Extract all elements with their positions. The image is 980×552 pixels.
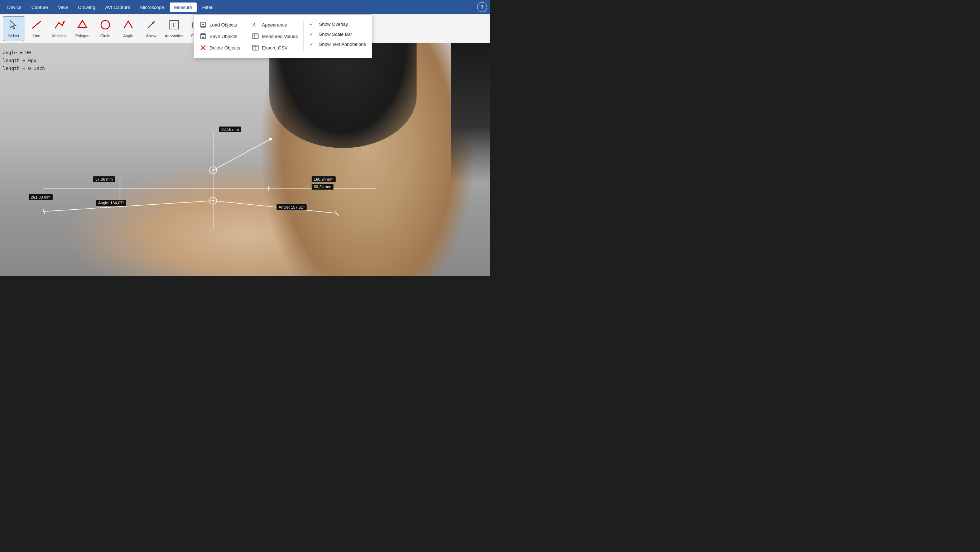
label-60mm: 60,24 mm [312, 184, 334, 190]
load-objects-item[interactable]: Load Objects [194, 19, 246, 30]
label-83mm: 83,16 mm [219, 126, 241, 132]
toolbar: Select Line Multiline Polygon Circle Ang… [0, 14, 490, 43]
appearance-label: Appearance [262, 22, 287, 27]
angle-icon [123, 19, 134, 32]
menubar: Device Capture View Drawing AVI Capture … [0, 0, 490, 14]
info-length-px: length = 0px [3, 57, 45, 64]
show-overlay-item[interactable]: ✓ Show Overlay [304, 19, 371, 29]
circle-icon [100, 19, 111, 32]
measured-values-label: Measured Values [262, 34, 298, 39]
tool-circle-label: Circle [100, 34, 110, 38]
measure-dropdown: Load Objects Save Objects Delete Objects [193, 14, 372, 58]
menu-item-microscope[interactable]: Microscope [136, 3, 169, 12]
svg-line-1 [32, 21, 41, 28]
tool-angle[interactable]: Angle [118, 16, 139, 41]
arrow-icon [145, 19, 157, 32]
show-text-annotations-item[interactable]: ✓ Show Text Annotations [304, 39, 371, 49]
select-icon [8, 19, 19, 32]
tool-annotation[interactable]: T Annotation [163, 16, 185, 41]
tool-select-label: Select [8, 34, 19, 38]
dark-right-edge [451, 43, 490, 183]
save-objects-label: Save Objects [210, 34, 237, 39]
label-160mm: 160,24 mm [312, 176, 336, 182]
measured-values-icon [252, 33, 259, 40]
help-button[interactable]: ? [477, 2, 487, 12]
svg-rect-18 [253, 34, 258, 39]
tool-polygon[interactable]: Polygon [72, 16, 93, 41]
load-icon [199, 21, 207, 28]
load-objects-label: Load Objects [210, 22, 237, 27]
menu-item-device[interactable]: Device [3, 3, 26, 12]
canvas-area[interactable]: angle = 90 length = 0px length = 0 Inch [0, 43, 490, 276]
export-csv-icon [252, 44, 259, 51]
tool-angle-label: Angle [123, 34, 133, 38]
delete-objects-label: Delete Objects [210, 45, 240, 51]
menu-col-2: A Appearance Measured Values Export .CSV [246, 18, 303, 55]
tool-multiline[interactable]: Multiline [49, 16, 70, 41]
delete-objects-item[interactable]: Delete Objects [194, 42, 246, 53]
show-scale-bar-check: ✓ [309, 31, 316, 37]
show-overlay-label: Show Overlay [319, 21, 348, 27]
multiline-icon [54, 19, 65, 32]
label-37mm: 37,08 mm [93, 176, 115, 182]
tool-polygon-label: Polygon [75, 34, 89, 38]
menu-item-capture[interactable]: Capture [27, 3, 52, 12]
background-image [0, 43, 490, 276]
dark-clothing [269, 43, 416, 148]
show-overlay-check: ✓ [309, 21, 316, 27]
show-scale-bar-label: Show Scale Bar [319, 32, 352, 37]
export-csv-item[interactable]: Export .CSV [246, 42, 303, 53]
label-angle-164: Angle: 164,07° [96, 200, 126, 206]
tool-circle[interactable]: Circle [95, 16, 116, 41]
measured-values-item[interactable]: Measured Values [246, 30, 303, 42]
svg-text:T: T [172, 22, 175, 28]
show-scale-bar-item[interactable]: ✓ Show Scale Bar [304, 29, 371, 39]
label-261mm: 261,33 mm [29, 194, 52, 200]
svg-text:A: A [252, 22, 256, 27]
svg-marker-3 [78, 21, 87, 27]
menu-col-3: ✓ Show Overlay ✓ Show Scale Bar ✓ Show T… [304, 18, 371, 55]
tool-line[interactable]: Line [26, 16, 47, 41]
annotation-icon: T [169, 19, 180, 32]
menu-item-drawing[interactable]: Drawing [74, 3, 100, 12]
menu-columns: Load Objects Save Objects Delete Objects [194, 18, 372, 55]
tool-line-label: Line [33, 34, 40, 38]
menu-col-1: Load Objects Save Objects Delete Objects [194, 18, 246, 55]
delete-icon [199, 44, 207, 51]
menu-item-view[interactable]: View [54, 3, 72, 12]
save-objects-item[interactable]: Save Objects [194, 30, 246, 42]
tool-multiline-label: Multiline [52, 34, 67, 38]
tool-arrow-label: Arrow [146, 34, 156, 38]
appearance-icon: A [252, 21, 259, 28]
label-angle-157: Angle: 157,51° [277, 204, 307, 210]
polygon-icon [76, 19, 88, 32]
svg-rect-21 [253, 45, 258, 50]
save-icon [199, 33, 207, 40]
menu-item-measure[interactable]: Measure [170, 3, 197, 12]
menu-item-avi-capture[interactable]: AVI Capture [101, 3, 135, 12]
svg-point-4 [101, 21, 110, 29]
show-text-annotations-check: ✓ [309, 41, 316, 47]
tool-arrow[interactable]: Arrow [140, 16, 162, 41]
tool-annotation-label: Annotation [165, 34, 184, 38]
tool-select[interactable]: Select [3, 16, 24, 41]
svg-marker-0 [10, 21, 16, 29]
svg-rect-12 [201, 26, 205, 27]
svg-rect-14 [201, 34, 205, 35]
appearance-item[interactable]: A Appearance [246, 19, 303, 30]
info-angle: angle = 90 [3, 49, 45, 57]
export-csv-label: Export .CSV [262, 45, 288, 51]
line-icon [31, 19, 42, 32]
show-text-annotations-label: Show Text Annotations [319, 41, 366, 47]
menu-item-filter[interactable]: Filter [198, 3, 217, 12]
measurement-info: angle = 90 length = 0px length = 0 Inch [3, 49, 45, 72]
info-length-inch: length = 0 Inch [3, 64, 45, 72]
